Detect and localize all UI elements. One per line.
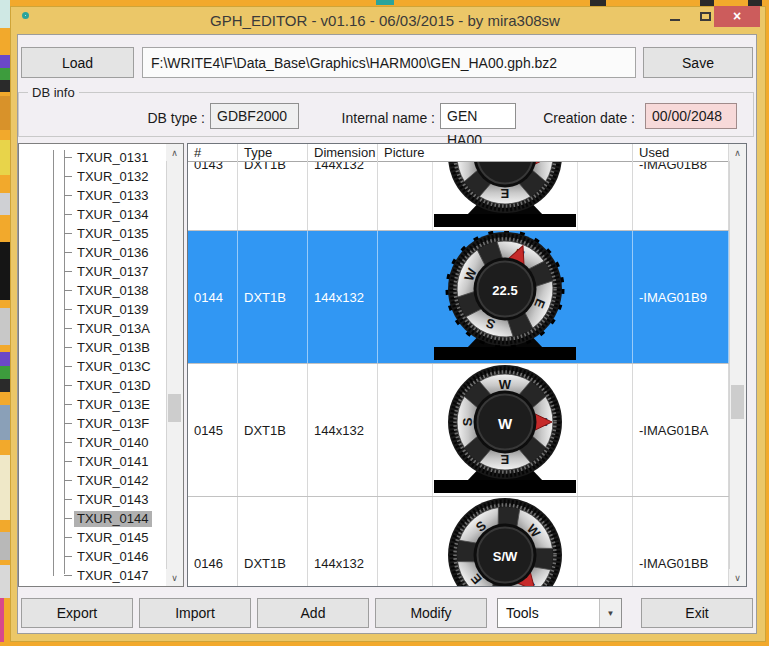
compass-image: NESWS/W [433,497,577,586]
db-info-group-label: DB info [28,85,79,100]
tree-hierarchy-line [53,150,54,576]
tree-item-label: TXUR_0131 [74,150,152,166]
import-button[interactable]: Import [139,598,251,628]
tree-item[interactable]: TXUR_0146 [64,547,152,566]
tree-item[interactable]: TXUR_013A [64,319,153,338]
desktop-icon-fragment [376,0,394,5]
table-cell-picture: NESWS/W [378,497,633,586]
table-cell: DXT1B [238,497,308,586]
table-scrollbar-thumb[interactable] [731,385,744,419]
add-button[interactable]: Add [257,598,369,628]
tree-branch-dash [64,157,72,158]
table-cell: 0144 [188,231,238,363]
tree-item[interactable]: TXUR_013F [64,414,152,433]
tools-dropdown[interactable]: Tools ▼ [497,598,622,628]
tree-item[interactable]: TXUR_0143 [64,490,152,509]
tree-branch-dash [64,366,72,367]
table-cell-picture: NESW22.5 [378,231,633,363]
tree-branch-dash [64,271,72,272]
desktop-icon-fragment [0,455,10,520]
tree-item[interactable]: TXUR_0133 [64,186,152,205]
tree-scroll-down-button[interactable]: ∨ [166,569,183,586]
tree-branch-dash [64,518,72,519]
table-row[interactable]: 0143DXT1B144x132NESW-IMAG01B8 [188,162,729,231]
tree-item[interactable]: TXUR_0134 [64,205,152,224]
table-cell-picture: NESW [378,162,633,230]
tree-branch-dash [64,195,72,196]
save-button[interactable]: Save [643,47,753,78]
chevron-down-icon: ∨ [171,573,178,583]
tree-item[interactable]: TXUR_013E [64,395,153,414]
tree-item[interactable]: TXUR_0140 [64,433,152,452]
tree-item-label: TXUR_0132 [74,169,152,185]
tree-item[interactable]: TXUR_013C [64,357,154,376]
exit-button[interactable]: Exit [641,598,753,628]
tree-items: TXUR_0131TXUR_0132TXUR_0133TXUR_0134TXUR… [64,148,164,585]
tree-item-label: TXUR_013E [74,397,153,413]
table-cell: 144x132 [308,162,378,230]
close-button[interactable]: × [714,6,760,27]
column-header: Dimension [308,144,378,162]
column-header: Type [238,144,308,162]
desktop-icon-fragment [0,140,10,175]
tree-item-label: TXUR_0141 [74,454,152,470]
minimize-button[interactable] [662,8,688,26]
table-scrollbar[interactable] [729,144,746,586]
tree-scrollbar-thumb[interactable] [168,394,181,422]
modify-button[interactable]: Modify [375,598,487,628]
tree-item[interactable]: TXUR_0147 [64,566,152,585]
tree-item[interactable]: TXUR_0137 [64,262,152,281]
table-row[interactable]: 0145DXT1B144x132NESWW-IMAG01BA [188,364,729,497]
tree-branch-dash [64,480,72,481]
tools-dropdown-value: Tools [498,599,599,627]
tree-branch-dash [64,575,72,576]
tree-item-label: TXUR_0142 [74,473,152,489]
tree-item[interactable]: TXUR_0138 [64,281,152,300]
desktop-icon-fragment [0,405,10,440]
tree-item[interactable]: TXUR_0144 [64,509,152,528]
desktop-icon-fragment [0,55,10,68]
table-cell: -IMAG01B8 [633,162,729,230]
tree-item[interactable]: TXUR_0131 [64,148,152,167]
tree-item-label: TXUR_013F [74,416,152,432]
creation-date-field[interactable]: 00/00/2048 [645,103,737,129]
table-cell: -IMAG01BB [633,497,729,586]
export-button[interactable]: Export [21,598,133,628]
tree-item[interactable]: TXUR_0142 [64,471,152,490]
tree-item[interactable]: TXUR_0141 [64,452,152,471]
table-row[interactable]: 0144DXT1B144x132NESW22.5-IMAG01B9 [188,231,729,364]
table-cell: DXT1B [238,231,308,363]
tree-item-label: TXUR_0145 [74,530,152,546]
tree-item[interactable]: TXUR_0132 [64,167,152,186]
table-row[interactable]: 0146DXT1B144x132NESWS/W-IMAG01BB [188,497,729,586]
table-cell: 0146 [188,497,238,586]
tree-branch-dash [64,176,72,177]
tree-item[interactable]: TXUR_0135 [64,224,152,243]
tree-item[interactable]: TXUR_0139 [64,300,152,319]
desktop-icon-fragment [0,68,10,80]
dropdown-arrow-icon[interactable]: ▼ [599,599,621,627]
tree-item-label: TXUR_0135 [74,226,152,242]
table-cell: 0145 [188,364,238,496]
db-type-label: DB type : [120,110,205,126]
chevron-up-icon: ∧ [171,148,178,158]
db-type-field[interactable]: GDBF2000 [210,103,299,129]
tree-item[interactable]: TXUR_013B [64,338,153,357]
table-scroll-down-button[interactable]: ∨ [729,569,746,586]
tree-item[interactable]: TXUR_0145 [64,528,152,547]
desktop-icon-fragment [0,0,10,28]
internal-name-field[interactable]: GEN HA00 [440,103,516,129]
tree-item-label: TXUR_0144 [74,511,152,527]
file-path-input[interactable] [142,47,636,78]
tree-scroll-up-button[interactable]: ∧ [166,144,183,161]
tree-branch-dash [64,461,72,462]
tree-branch-dash [64,233,72,234]
tree-item[interactable]: TXUR_013D [64,376,154,395]
table-scroll-up-button[interactable]: ∧ [729,144,746,161]
load-button[interactable]: Load [21,47,134,78]
chevron-down-icon: ∨ [734,573,741,583]
tree-item-label: TXUR_0136 [74,245,152,261]
tree-scrollbar[interactable] [166,144,183,586]
table-cell: -IMAG01BA [633,364,729,496]
tree-item[interactable]: TXUR_0136 [64,243,152,262]
